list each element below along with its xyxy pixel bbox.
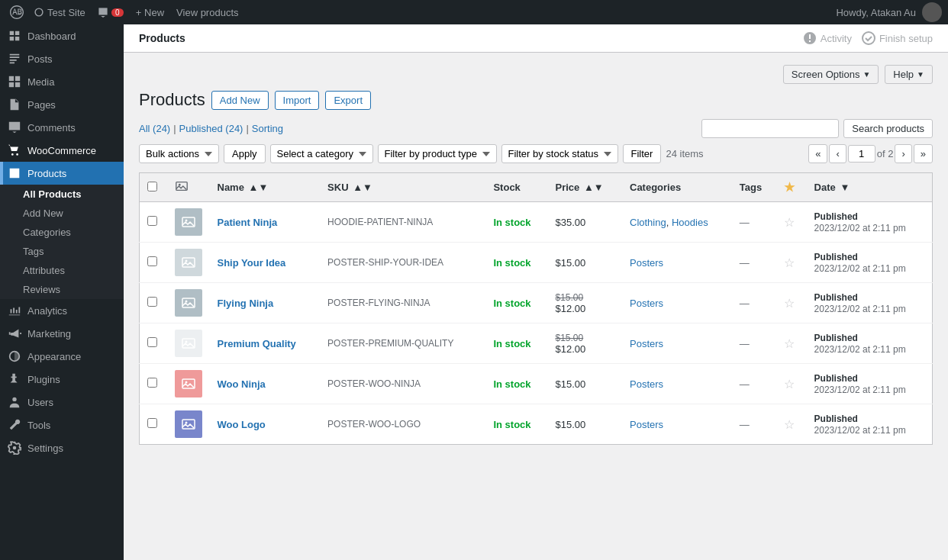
filter-sorting-link[interactable]: Sorting xyxy=(252,123,283,134)
row-checkbox[interactable] xyxy=(147,297,157,307)
sidebar-item-analytics[interactable]: Analytics xyxy=(0,299,124,322)
apply-btn[interactable]: Apply xyxy=(224,144,266,163)
sidebar-item-posts[interactable]: Posts xyxy=(0,47,124,70)
sidebar-sub-reviews[interactable]: Reviews xyxy=(0,280,124,299)
sidebar-item-pages[interactable]: Pages xyxy=(0,93,124,116)
date-value: 2023/12/02 at 2:11 pm xyxy=(814,344,906,355)
col-stock: Stock xyxy=(485,173,547,202)
featured-star[interactable]: ☆ xyxy=(784,337,795,350)
filter-published-link[interactable]: Published (24) xyxy=(179,123,243,134)
category-link[interactable]: Posters xyxy=(630,298,663,309)
sidebar-item-plugins[interactable]: Plugins xyxy=(0,368,124,391)
row-checkbox[interactable] xyxy=(147,216,157,226)
product-name-cell: Woo Ninja xyxy=(210,364,321,404)
filter-all-link[interactable]: All (24) xyxy=(139,123,170,134)
date-value: 2023/12/02 at 2:11 pm xyxy=(814,304,906,314)
featured-star[interactable]: ☆ xyxy=(784,297,795,310)
topbar-view-products[interactable]: View products xyxy=(170,0,244,24)
product-link[interactable]: Woo Logo xyxy=(218,419,266,430)
page-last-btn[interactable]: » xyxy=(914,144,933,163)
help-btn[interactable]: Help ▼ xyxy=(885,65,933,84)
page-first-btn[interactable]: « xyxy=(808,144,827,163)
export-btn[interactable]: Export xyxy=(325,91,371,110)
row-checkbox[interactable] xyxy=(147,337,157,347)
col-name[interactable]: Name ▲▼ xyxy=(210,173,321,202)
sidebar-item-dashboard[interactable]: Dashboard xyxy=(0,24,124,47)
col-price[interactable]: Price ▲▼ xyxy=(547,173,622,202)
sidebar-item-tools[interactable]: Tools xyxy=(0,414,124,436)
add-new-btn[interactable]: Add New xyxy=(211,91,269,110)
product-link[interactable]: Patient Ninja xyxy=(218,217,278,228)
category-link[interactable]: Posters xyxy=(630,419,663,430)
date-value: 2023/12/02 at 2:11 pm xyxy=(814,223,906,233)
sidebar-item-marketing[interactable]: Marketing xyxy=(0,322,124,345)
select-all-checkbox[interactable] xyxy=(147,182,157,191)
row-checkbox[interactable] xyxy=(147,378,157,388)
product-date-cell: Published2023/12/02 at 2:11 pm xyxy=(807,404,933,445)
date-status: Published xyxy=(814,292,858,303)
product-type-select[interactable]: Filter by product type xyxy=(378,144,497,163)
sidebar-item-products[interactable]: Products xyxy=(0,162,124,185)
sidebar-sub-tags[interactable]: Tags xyxy=(0,242,124,261)
product-categories-cell: Posters xyxy=(622,364,732,404)
date-value: 2023/12/02 at 2:11 pm xyxy=(814,385,906,395)
featured-star[interactable]: ☆ xyxy=(784,378,795,391)
featured-star[interactable]: ☆ xyxy=(784,256,795,269)
category-link[interactable]: Posters xyxy=(630,338,663,349)
price-original: $15.00 xyxy=(555,292,614,303)
filter-links: All (24) | Published (24) | Sorting xyxy=(139,123,283,134)
screen-options-btn[interactable]: Screen Options ▼ xyxy=(783,65,879,84)
product-tags-cell: — xyxy=(732,404,776,445)
row-checkbox[interactable] xyxy=(147,418,157,428)
search-input[interactable] xyxy=(701,119,839,138)
col-date[interactable]: Date ▼ xyxy=(807,173,933,202)
product-link[interactable]: Flying Ninja xyxy=(218,298,274,309)
product-categories-cell: Clothing, Hoodies xyxy=(622,202,732,243)
topbar-new[interactable]: + New xyxy=(130,0,170,24)
topbar-comments[interactable]: 0 xyxy=(92,0,130,24)
page-prev-btn[interactable]: ‹ xyxy=(829,144,846,163)
date-status: Published xyxy=(814,252,858,262)
category-link[interactable]: Posters xyxy=(630,257,663,269)
category-link[interactable]: Posters xyxy=(630,378,663,390)
product-thumbnail xyxy=(175,249,202,276)
page-of: of 2 xyxy=(877,148,894,159)
row-checkbox[interactable] xyxy=(147,256,157,266)
sidebar-sub-all-products[interactable]: All Products xyxy=(0,185,124,204)
product-link[interactable]: Ship Your Idea xyxy=(218,257,286,269)
category-select[interactable]: Select a category xyxy=(270,144,373,163)
bulk-actions-select[interactable]: Bulk actions xyxy=(139,144,219,163)
price-discounted: $12.00 xyxy=(555,303,614,314)
sidebar-item-appearance[interactable]: Appearance xyxy=(0,345,124,368)
finish-setup-action[interactable]: Finish setup xyxy=(861,31,933,46)
import-btn[interactable]: Import xyxy=(275,91,320,110)
stock-status-select[interactable]: Filter by stock status xyxy=(501,144,618,163)
col-sku[interactable]: SKU ▲▼ xyxy=(320,173,485,202)
featured-star[interactable]: ☆ xyxy=(784,418,795,431)
date-status: Published xyxy=(814,211,858,222)
category-link[interactable]: Clothing xyxy=(630,217,666,228)
table-row: Woo LogoPOSTER-WOO-LOGOIn stock$15.00Pos… xyxy=(140,404,933,445)
date-status: Published xyxy=(814,414,858,424)
search-products-btn[interactable]: Search products xyxy=(843,119,933,138)
sidebar-sub-categories[interactable]: Categories xyxy=(0,223,124,242)
sidebar-item-woocommerce[interactable]: WooCommerce xyxy=(0,139,124,162)
products-title: Products xyxy=(139,90,205,110)
sidebar-item-comments[interactable]: Comments xyxy=(0,116,124,139)
featured-star[interactable]: ☆ xyxy=(784,216,795,229)
price-value: $15.00 xyxy=(555,378,585,390)
page-next-btn[interactable]: › xyxy=(895,144,911,163)
category-link[interactable]: Hoodies xyxy=(672,217,708,228)
topbar-site[interactable]: Test Site xyxy=(27,0,92,24)
page-number-input[interactable] xyxy=(848,145,875,163)
sidebar-item-settings[interactable]: Settings xyxy=(0,436,124,459)
filter-btn[interactable]: Filter xyxy=(623,144,662,163)
activity-action[interactable]: Activity xyxy=(802,31,852,46)
sidebar-item-media[interactable]: Media xyxy=(0,70,124,93)
sidebar-item-users[interactable]: Users xyxy=(0,391,124,414)
product-link[interactable]: Woo Ninja xyxy=(218,378,266,390)
product-link[interactable]: Premium Quality xyxy=(218,338,296,349)
sidebar-sub-add-new[interactable]: Add New xyxy=(0,204,124,223)
wp-logo[interactable] xyxy=(6,0,27,24)
sidebar-sub-attributes[interactable]: Attributes xyxy=(0,261,124,280)
